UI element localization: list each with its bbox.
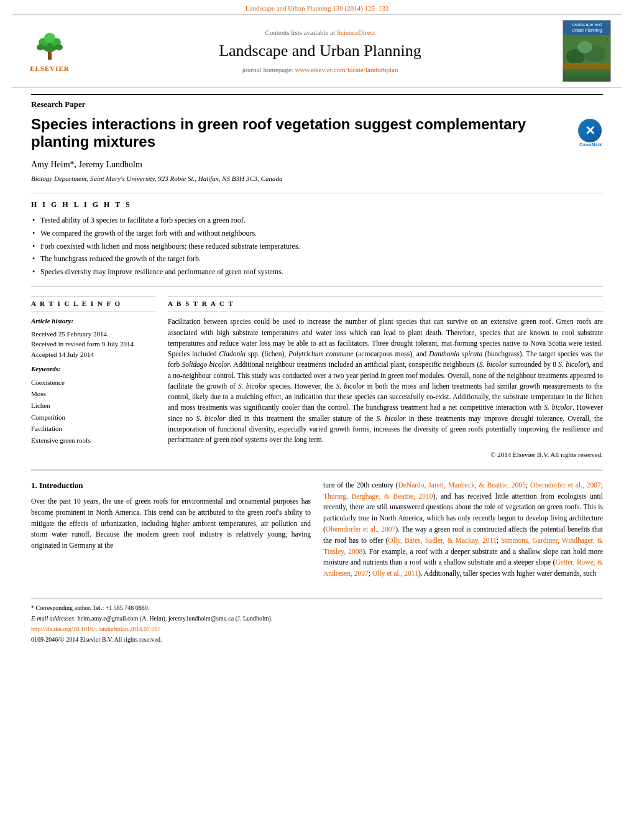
keywords-label: Keywords:: [31, 364, 155, 374]
corresponding-author-note: * Corresponding author. Tel.: +1 585 748…: [31, 604, 603, 612]
page-footer: * Corresponding author. Tel.: +1 585 748…: [31, 598, 603, 649]
keyword-6: Extensive green roofs: [31, 435, 155, 446]
doi-link[interactable]: http://dx.doi.org/10.1016/j.landurbplan.…: [31, 625, 160, 632]
highlight-item-1: Tested ability of 3 species to facilitat…: [31, 215, 603, 226]
keyword-4: Competition: [31, 412, 155, 423]
journal-volume-info: Landscape and Urban Planning 130 (2014) …: [246, 4, 388, 12]
highlights-list: Tested ability of 3 species to facilitat…: [31, 215, 603, 277]
journal-top-bar: Landscape and Urban Planning 130 (2014) …: [0, 0, 634, 14]
header-section: ELSEVIER Contents lists available at Sci…: [12, 14, 622, 88]
abstract-text: Facilitation between species could be us…: [168, 316, 603, 445]
copyright-line: © 2014 Elsevier B.V. All rights reserved…: [168, 450, 603, 459]
received-date: Received 25 February 2014: [31, 329, 155, 339]
highlights-title: H I G H L I G H T S: [31, 200, 603, 210]
email-link-lundholm[interactable]: jeremy.lundholm@smu.ca: [168, 615, 234, 622]
keyword-1: Coexistence: [31, 377, 155, 389]
svg-point-10: [577, 41, 592, 53]
ref-olly[interactable]: Olly, Bates, Sadler, & Mackay, 2011: [388, 537, 496, 544]
crossmark-badge[interactable]: ✕ CrossMark: [578, 119, 603, 144]
article-title-area: Species interactions in green roof veget…: [31, 116, 603, 152]
keyword-2: Moss: [31, 388, 155, 400]
article-title-text: Species interactions in green roof veget…: [31, 116, 569, 152]
journal-cover-image: Landscape and Urban Planning: [563, 20, 612, 82]
intro-heading: 1. Introduction: [31, 480, 311, 491]
crossmark-icon: ✕: [585, 123, 595, 138]
body-two-col: 1. Introduction Over the past 10 years, …: [31, 480, 603, 586]
issn-line: 0169-2046/© 2014 Elsevier B.V. All right…: [31, 635, 603, 644]
article-info-title: A R T I C L E I N F O: [31, 296, 155, 312]
journal-cover-photo: [563, 35, 610, 81]
elsevier-brand-text: ELSEVIER: [30, 64, 70, 73]
article-history-dates: Received 25 February 2014 Received in re…: [31, 329, 155, 360]
keyword-3: Lichen: [31, 400, 155, 412]
ref-oberndorfer-2007b[interactable]: Oberndorfer et al., 2007: [326, 525, 396, 533]
svg-point-4: [44, 33, 55, 43]
keyword-5: Facilitation: [31, 423, 155, 435]
highlight-item-4: The bunchgrass reduced the growth of the…: [31, 254, 603, 264]
main-content: Research Paper Species interactions in g…: [0, 88, 634, 598]
abstract-column: A B S T R A C T Facilitation between spe…: [168, 296, 603, 460]
highlight-item-5: Species diversity may improve resilience…: [31, 267, 603, 277]
footer-left: * Corresponding author. Tel.: +1 585 748…: [31, 604, 603, 644]
email-link-heim[interactable]: heim.amy.e@gmail.com: [78, 615, 139, 622]
journal-cover-title: Landscape and Urban Planning: [563, 21, 610, 35]
journal-homepage-link[interactable]: www.elsevier.com/locate/landurbplan: [295, 66, 398, 73]
body-divider: [31, 469, 603, 471]
ref-thuring[interactable]: Thuring, Berghage, & Beattie, 2010: [323, 492, 433, 500]
keywords-list: Coexistence Moss Lichen Competition Faci…: [31, 377, 155, 446]
body-col-right: turn of the 20th century (DeNardo, Jaret…: [323, 480, 603, 586]
elsevier-tree-icon: [31, 29, 68, 63]
header-middle: Contents lists available at ScienceDirec…: [90, 28, 550, 75]
journal-title-heading: Landscape and Urban Planning: [90, 40, 550, 62]
journal-homepage-line: journal homepage: www.elsevier.com/locat…: [90, 65, 550, 75]
accepted-date: Accepted 14 July 2014: [31, 349, 155, 360]
page-wrapper: Landscape and Urban Planning 130 (2014) …: [0, 0, 634, 840]
svg-point-5: [37, 44, 44, 50]
highlights-section: H I G H L I G H T S Tested ability of 3 …: [31, 193, 603, 287]
authors-line: Amy Heim*, Jeremy Lundholm: [31, 159, 603, 171]
article-info-abstract-layout: A R T I C L E I N F O Article history: R…: [31, 296, 603, 460]
sciencedirect-link[interactable]: ScienceDirect: [337, 29, 375, 36]
ref-olly-2011[interactable]: Olly et al., 2011: [372, 570, 418, 577]
intro-paragraph-1: Over the past 10 years, the use of green…: [31, 496, 311, 552]
highlight-item-3: Forb coexisted with lichen and moss neig…: [31, 241, 603, 252]
article-history-label: Article history:: [31, 316, 155, 326]
ref-denardo[interactable]: DeNardo, Jarett, Manbeck, & Beattie, 200…: [398, 481, 525, 489]
sciencedirect-line: Contents lists available at ScienceDirec…: [90, 28, 550, 37]
ref-getter[interactable]: Getter, Rowe, & Andresen, 2007: [323, 558, 603, 577]
doi-line: http://dx.doi.org/10.1016/j.landurbplan.…: [31, 625, 603, 634]
svg-rect-11: [563, 63, 610, 69]
article-info-column: A R T I C L E I N F O Article history: R…: [31, 296, 155, 460]
abstract-title: A B S T R A C T: [168, 296, 603, 312]
body-col-left: 1. Introduction Over the past 10 years, …: [31, 480, 311, 586]
highlight-item-2: We compared the growth of the target for…: [31, 228, 603, 239]
received-revised-date: Received in revised form 9 July 2014: [31, 339, 155, 349]
ref-oberndorfer-2007[interactable]: Oberndorfer et al., 2007: [530, 481, 601, 489]
elsevier-logo: ELSEVIER: [22, 29, 78, 73]
intro-paragraph-2: turn of the 20th century (DeNardo, Jaret…: [323, 480, 603, 579]
svg-point-6: [55, 44, 63, 50]
author-affiliation: Biology Department, Saint Mary's Univers…: [31, 174, 603, 183]
email-footnote: E-mail addresses: heim.amy.e@gmail.com (…: [31, 614, 603, 623]
article-type-label: Research Paper: [31, 94, 603, 110]
